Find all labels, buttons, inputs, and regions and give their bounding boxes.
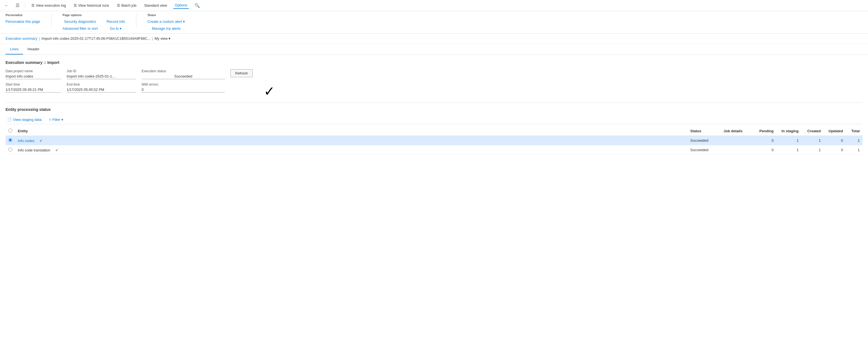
personalize-items: Personalize this page bbox=[5, 19, 40, 24]
with-errors-label: With errors: bbox=[142, 83, 225, 86]
view-historical-runs-button[interactable]: ☰ View historical runs bbox=[72, 2, 111, 9]
job-id-value: Import info codes-2025-01-1... bbox=[67, 74, 136, 79]
job-id-field: Job ID Import info codes-2025-01-1... bbox=[67, 69, 136, 79]
search-button[interactable]: 🔍 bbox=[193, 2, 201, 9]
options-button[interactable]: Options bbox=[173, 2, 189, 9]
table-row: Info code translation ✓ Succeeded 0 1 1 … bbox=[5, 145, 863, 155]
success-checkmark: ✓ bbox=[264, 85, 275, 98]
table-header-row: Entity Status Job details Pending In sta… bbox=[5, 126, 863, 136]
personalize-label: Personalize bbox=[5, 13, 40, 17]
ribbon-sep-2 bbox=[136, 13, 136, 27]
execution-form-grid: Data project name Import info codes Job … bbox=[5, 69, 253, 92]
col-header-jobdetails: Job details bbox=[721, 126, 754, 136]
standard-view-button[interactable]: Standard view bbox=[143, 2, 168, 9]
breadcrumb-job-id: Import info codes-2025-01-17T17:45:06-F0… bbox=[42, 36, 151, 40]
advanced-filter-button[interactable]: Advanced filter or sort bbox=[62, 26, 97, 31]
alert-arrow: ▾ bbox=[183, 20, 185, 24]
staging-icon: 📄 bbox=[7, 117, 12, 122]
page-options-label: Page options bbox=[62, 13, 125, 17]
breadcrumb: Execution summary | Import info codes-20… bbox=[0, 34, 868, 44]
staging-cell-0: 1 bbox=[776, 136, 801, 145]
menu-button[interactable]: ☰ bbox=[14, 2, 21, 9]
record-info-button[interactable]: Record info bbox=[106, 19, 125, 24]
jobdetails-cell-1 bbox=[721, 145, 754, 155]
start-time-field: Start time 1/17/2025 05:45:21 PM bbox=[5, 83, 61, 92]
row-radio-cell bbox=[5, 145, 15, 155]
header-radio[interactable] bbox=[8, 128, 12, 133]
jobdetails-cell-0 bbox=[721, 136, 754, 145]
goto-arrow: ▾ bbox=[120, 26, 122, 31]
table-toolbar: 📄 View staging data ▿ Filter ▾ bbox=[5, 115, 863, 124]
with-errors-field: With errors: 0 bbox=[142, 83, 225, 92]
data-project-value: Import info codes bbox=[5, 74, 61, 79]
security-diagnostics-button[interactable]: Security diagnostics bbox=[62, 19, 97, 24]
view-execution-log-button[interactable]: ☰ View execution log bbox=[30, 2, 67, 9]
created-cell-0: 1 bbox=[801, 136, 824, 145]
tab-lines[interactable]: Lines bbox=[5, 44, 23, 54]
nav-separator-1 bbox=[25, 2, 25, 9]
row-checkmark-0: ✓ bbox=[39, 138, 43, 143]
manage-alerts-button[interactable]: Manage my alerts bbox=[148, 26, 185, 31]
row-checkmark-1: ✓ bbox=[55, 148, 59, 152]
list-icon: ☰ bbox=[31, 3, 35, 7]
execution-summary-title: Execution summary :: Import bbox=[5, 60, 863, 65]
share-items: Create a custom alert ▾ Manage my alerts bbox=[148, 19, 185, 31]
list-icon-3: ☰ bbox=[117, 3, 120, 7]
tabs-container: Lines Header bbox=[0, 44, 868, 55]
page-options-items: Security diagnostics Advanced filter or … bbox=[62, 19, 125, 31]
status-cell-1: Succeeded bbox=[687, 145, 721, 155]
row-radio-1[interactable] bbox=[8, 147, 12, 151]
entity-name-1: Info code translation bbox=[18, 148, 50, 152]
col-header-created: Created bbox=[801, 126, 824, 136]
share-group: Share Create a custom alert ▾ Manage my … bbox=[148, 13, 185, 31]
col-header-status: Status bbox=[687, 126, 721, 136]
section-divider bbox=[5, 103, 863, 103]
personalize-this-page-button[interactable]: Personalize this page bbox=[5, 19, 40, 24]
my-view-arrow: ▾ bbox=[168, 36, 170, 40]
table-row: Info codes ✓ Succeeded 0 1 1 0 1 bbox=[5, 136, 863, 145]
batch-job-button[interactable]: ☰ Batch job bbox=[115, 2, 138, 9]
breadcrumb-sep-1: | bbox=[39, 36, 40, 40]
pending-cell-1: 0 bbox=[754, 145, 776, 155]
tab-header[interactable]: Header bbox=[23, 44, 44, 54]
entity-link-0[interactable]: Info codes bbox=[18, 139, 34, 143]
entity-table: Entity Status Job details Pending In sta… bbox=[5, 126, 863, 155]
view-staging-data-button[interactable]: 📄 View staging data bbox=[5, 116, 43, 123]
breadcrumb-execution-summary[interactable]: Execution summary bbox=[5, 36, 37, 40]
refresh-button[interactable]: Refresh bbox=[230, 69, 253, 77]
end-time-label: End time bbox=[67, 83, 136, 86]
share-label: Share bbox=[148, 13, 185, 17]
create-custom-alert-button[interactable]: Create a custom alert ▾ bbox=[148, 19, 185, 24]
col-header-updated: Updated bbox=[824, 126, 846, 136]
refresh-container: Refresh bbox=[230, 69, 253, 78]
start-time-label: Start time bbox=[5, 83, 61, 86]
row-radio-0[interactable] bbox=[8, 138, 12, 142]
top-nav: ← ☰ ☰ View execution log ☰ View historic… bbox=[0, 0, 868, 11]
list-icon-2: ☰ bbox=[73, 3, 77, 7]
execution-status-field: Execution status Succeeded bbox=[142, 69, 225, 79]
data-project-field: Data project name Import info codes bbox=[5, 69, 61, 79]
execution-status-value: Succeeded bbox=[142, 74, 225, 79]
col-header-staging: In staging bbox=[776, 126, 801, 136]
filter-button[interactable]: ▿ Filter ▾ bbox=[48, 116, 65, 123]
goto-button[interactable]: Go to ▾ bbox=[106, 26, 125, 31]
back-button[interactable]: ← bbox=[3, 2, 10, 9]
status-cell-0: Succeeded bbox=[687, 136, 721, 145]
data-project-label: Data project name bbox=[5, 69, 61, 73]
start-time-value: 1/17/2025 05:45:21 PM bbox=[5, 88, 61, 92]
ribbon: Personalize Personalize this page Page o… bbox=[0, 11, 868, 34]
execution-status-label: Execution status bbox=[142, 69, 225, 73]
breadcrumb-sep-2: | bbox=[152, 36, 153, 40]
col-header-radio bbox=[5, 126, 15, 136]
total-cell-0: 1 bbox=[846, 136, 863, 145]
form-row-container: Data project name Import info codes Job … bbox=[5, 69, 863, 98]
my-view-button[interactable]: My view ▾ bbox=[155, 36, 170, 40]
entity-cell-1: Info code translation ✓ bbox=[15, 145, 687, 155]
main-content: Execution summary :: Import Data project… bbox=[0, 55, 868, 160]
pending-cell-0: 0 bbox=[754, 136, 776, 145]
total-cell-1: 1 bbox=[846, 145, 863, 155]
end-time-field: End time 1/17/2025 05:45:52 PM bbox=[67, 83, 136, 92]
entity-cell-0: Info codes ✓ bbox=[15, 136, 687, 145]
filter-icon: ▿ bbox=[49, 118, 51, 122]
with-errors-value: 0 bbox=[142, 88, 225, 92]
